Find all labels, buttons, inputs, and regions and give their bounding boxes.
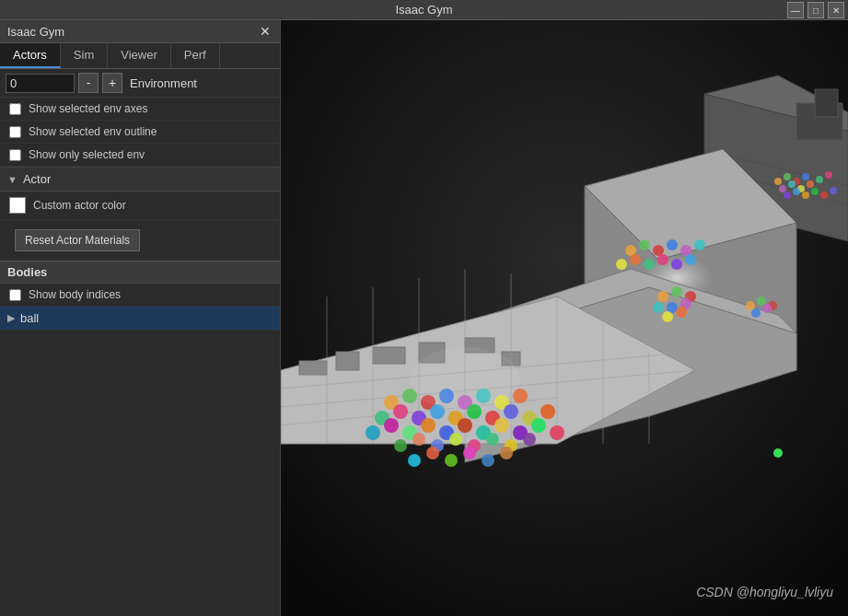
close-button[interactable]: ✕: [828, 2, 844, 18]
show-env-outline-label: Show selected env outline: [29, 125, 157, 138]
svg-point-90: [653, 302, 664, 313]
svg-point-45: [504, 404, 518, 419]
svg-point-62: [449, 433, 462, 446]
tab-perf[interactable]: Perf: [171, 43, 220, 68]
svg-point-49: [384, 418, 399, 433]
svg-point-113: [830, 187, 837, 194]
tab-actors[interactable]: Actors: [0, 43, 61, 68]
panel-title-bar: Isaac Gym ✕: [0, 20, 280, 43]
svg-point-94: [757, 296, 766, 306]
left-panel: Isaac Gym ✕ Actors Sim Viewer Perf - + E…: [0, 20, 281, 616]
show-body-indices-row: Show body indices: [0, 284, 280, 307]
svg-point-99: [784, 173, 791, 180]
reset-btn-container: Reset Actor Materials: [0, 220, 280, 261]
custom-color-row: Custom actor color: [0, 192, 280, 220]
window-controls: — □ ✕: [787, 2, 844, 18]
svg-point-81: [644, 259, 655, 270]
svg-point-102: [779, 185, 786, 192]
svg-point-110: [802, 192, 809, 199]
env-plus-button[interactable]: +: [102, 73, 122, 93]
svg-point-85: [657, 291, 668, 302]
show-env-outline-checkbox[interactable]: [9, 126, 21, 138]
svg-point-101: [802, 173, 809, 180]
watermark: CSDN @hongliyu_lvliyu: [696, 585, 833, 599]
svg-point-91: [662, 311, 673, 322]
actor-collapse-arrow: ▼: [7, 174, 17, 185]
show-only-env-label: Show only selected env: [29, 148, 145, 161]
svg-point-115: [773, 448, 783, 458]
svg-point-66: [523, 433, 536, 446]
show-env-axes-row: Show selected env axes: [0, 98, 280, 121]
svg-point-69: [445, 454, 458, 467]
maximize-button[interactable]: □: [807, 2, 824, 18]
svg-point-53: [458, 418, 472, 433]
svg-point-70: [463, 447, 476, 459]
svg-point-105: [807, 180, 814, 188]
svg-rect-14: [336, 352, 359, 370]
svg-point-72: [500, 447, 513, 459]
svg-point-106: [816, 176, 823, 183]
svg-point-96: [751, 308, 761, 318]
svg-point-64: [486, 433, 499, 446]
reset-actor-materials-button[interactable]: Reset Actor Materials: [15, 229, 140, 251]
svg-point-48: [366, 425, 380, 440]
env-index-input[interactable]: [6, 74, 75, 93]
svg-point-79: [616, 259, 627, 270]
svg-point-84: [685, 254, 696, 265]
svg-point-107: [825, 171, 832, 179]
svg-point-97: [762, 304, 772, 313]
panel-title: Isaac Gym: [7, 25, 64, 39]
main-layout: Isaac Gym ✕ Actors Sim Viewer Perf - + E…: [0, 20, 848, 616]
ball-row[interactable]: ▶ ball: [0, 307, 280, 331]
show-body-indices-checkbox[interactable]: [9, 289, 21, 301]
tab-viewer[interactable]: Viewer: [108, 43, 171, 68]
svg-point-103: [788, 180, 796, 188]
show-only-env-row: Show only selected env: [0, 144, 280, 167]
svg-point-83: [671, 259, 682, 270]
svg-rect-13: [299, 361, 327, 375]
svg-point-78: [694, 239, 705, 250]
svg-point-80: [630, 254, 641, 265]
svg-point-39: [393, 404, 408, 419]
show-env-outline-row: Show selected env outline: [0, 121, 280, 144]
svg-point-55: [494, 418, 509, 433]
color-swatch[interactable]: [9, 197, 26, 214]
tab-bar: Actors Sim Viewer Perf: [0, 43, 280, 69]
svg-point-109: [793, 188, 800, 195]
panel-close-button[interactable]: ✕: [258, 24, 273, 39]
scene-svg: [281, 20, 848, 616]
minimize-button[interactable]: —: [787, 2, 804, 18]
svg-point-93: [746, 301, 755, 310]
bodies-label: Bodies: [7, 265, 47, 279]
svg-point-98: [774, 178, 782, 185]
svg-point-111: [811, 188, 819, 195]
tab-sim[interactable]: Sim: [61, 43, 108, 68]
show-body-indices-label: Show body indices: [29, 288, 121, 301]
svg-point-108: [784, 192, 791, 199]
show-only-env-checkbox[interactable]: [9, 149, 21, 161]
show-env-axes-checkbox[interactable]: [9, 103, 21, 115]
actor-section-label: Actor: [23, 172, 51, 186]
svg-point-67: [408, 454, 421, 467]
title-bar: Isaac Gym — □ ✕: [0, 0, 848, 20]
svg-point-60: [412, 433, 425, 446]
svg-point-59: [394, 439, 407, 452]
svg-point-51: [421, 418, 436, 433]
actor-section-header[interactable]: ▼ Actor: [0, 167, 280, 192]
svg-point-58: [550, 425, 564, 440]
env-minus-button[interactable]: -: [78, 73, 99, 93]
ball-item-label: ball: [20, 311, 39, 325]
svg-point-68: [426, 447, 439, 459]
svg-point-76: [667, 239, 678, 250]
svg-point-57: [531, 418, 546, 433]
svg-rect-15: [373, 347, 405, 364]
svg-point-86: [671, 286, 682, 297]
env-label: Environment: [130, 76, 197, 90]
ball-expand-arrow: ▶: [7, 312, 15, 324]
svg-point-112: [820, 192, 828, 199]
svg-point-71: [482, 454, 494, 467]
svg-point-92: [676, 307, 687, 318]
viewport: CSDN @hongliyu_lvliyu: [281, 20, 848, 616]
bodies-section-header[interactable]: Bodies: [0, 261, 280, 284]
show-env-axes-label: Show selected env axes: [29, 102, 147, 115]
